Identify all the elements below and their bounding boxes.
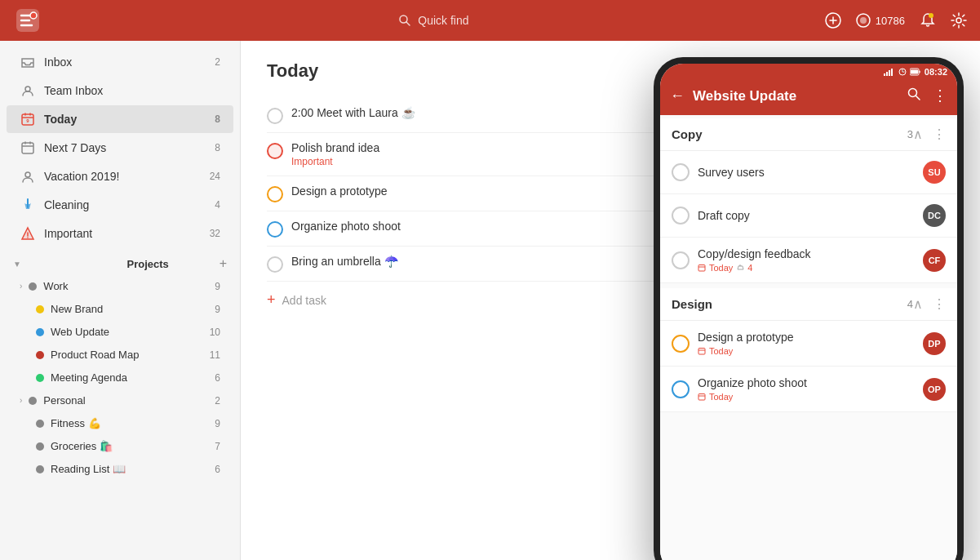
notifications-button[interactable] [920, 12, 936, 29]
phone-task-date: Today [698, 346, 915, 356]
svg-rect-21 [919, 71, 920, 73]
groceries-dot [36, 442, 44, 451]
svg-point-7 [956, 18, 961, 23]
projects-collapse-arrow[interactable]: ▼ [13, 260, 21, 269]
phone-task-content: Organize photo shoot Today [698, 376, 915, 402]
next7days-icon [20, 140, 36, 156]
personal-dot [29, 397, 37, 405]
task-complete-button[interactable] [267, 143, 283, 159]
svg-rect-25 [698, 394, 705, 401]
groceries-count: 7 [215, 441, 220, 452]
important-count: 32 [210, 228, 220, 239]
phone-search-icon[interactable] [907, 87, 921, 105]
task-complete-button[interactable] [267, 186, 283, 202]
personal-expand-arrow[interactable]: › [20, 396, 22, 405]
groceries-label: Groceries 🛍️ [51, 440, 208, 452]
sidebar-item-newbrand[interactable]: New Brand 9 [7, 298, 233, 320]
next7days-count: 8 [215, 142, 220, 153]
design-more-button[interactable]: ⋮ [933, 296, 946, 312]
design-collapse-button[interactable]: ∧ [913, 296, 923, 312]
phone-more-icon[interactable]: ⋮ [933, 87, 947, 105]
phone-section-design: Design 4 ∧ ⋮ [660, 288, 957, 321]
phone-content: Copy 3 ∧ ⋮ Survey users [660, 115, 957, 560]
design-section-actions: ∧ ⋮ [913, 296, 946, 312]
app-logo[interactable] [13, 6, 42, 35]
vacation-count: 24 [210, 171, 220, 182]
phone-task-name: Organize photo shoot [698, 376, 915, 389]
productroad-count: 11 [210, 349, 220, 361]
sidebar-item-today[interactable]: 9 Today 8 [7, 105, 233, 133]
search-placeholder: Quick find [418, 14, 468, 27]
svg-rect-20 [911, 70, 918, 74]
sidebar-item-personal[interactable]: › Personal 2 [7, 389, 233, 411]
phone-screen: 08:32 ← Website Update ⋮ [660, 64, 957, 560]
sidebar-item-team-inbox[interactable]: Team Inbox [7, 77, 233, 104]
add-task-button[interactable] [825, 12, 841, 29]
fitness-dot [36, 420, 44, 428]
avatar: SU [923, 161, 946, 184]
phone-task-circle[interactable] [672, 380, 690, 398]
svg-rect-23 [698, 265, 705, 272]
work-expand-arrow[interactable]: › [20, 282, 22, 291]
phone-task-circle[interactable] [672, 251, 690, 269]
copy-more-button[interactable]: ⋮ [933, 127, 946, 142]
phone-app-title: Website Update [693, 88, 898, 104]
sidebar-item-readinglist[interactable]: Reading List 📖 6 [7, 458, 233, 480]
sidebar-item-meetingagenda[interactable]: Meeting Agenda 6 [7, 367, 233, 389]
svg-text:9: 9 [26, 118, 29, 123]
team-inbox-label: Team Inbox [44, 84, 220, 97]
sidebar-item-vacation[interactable]: Vacation 2019! 24 [7, 162, 233, 190]
sidebar-item-important[interactable]: Important 32 [7, 220, 233, 247]
phone-task-date: Today [698, 392, 915, 402]
sidebar-item-next7days[interactable]: Next 7 Days 8 [7, 134, 233, 162]
task-complete-button[interactable] [267, 108, 283, 124]
vacation-label: Vacation 2019! [44, 170, 202, 183]
cleaning-icon [20, 197, 36, 213]
phone-topbar: ← Website Update ⋮ [660, 80, 957, 115]
today-icon: 9 [20, 111, 36, 127]
sidebar-item-inbox[interactable]: Inbox 2 [7, 48, 233, 76]
svg-point-13 [27, 237, 29, 238]
team-inbox-icon [20, 82, 36, 99]
design-section-count: 4 [907, 298, 913, 310]
avatar: CF [923, 249, 946, 272]
avatar: OP [923, 378, 946, 401]
phone-status-bar: 08:32 [660, 64, 957, 80]
phone-time: 08:32 [925, 67, 947, 77]
sidebar: Inbox 2 Team Inbox 9 Today [0, 41, 241, 560]
page-title: Today [267, 60, 318, 82]
productroad-label: Product Road Map [51, 349, 203, 361]
copy-collapse-button[interactable]: ∧ [913, 127, 923, 142]
sidebar-item-work[interactable]: › Work 9 [7, 275, 233, 297]
karma-display[interactable]: 10786 [856, 13, 905, 28]
phone-task-content: Design a prototype Today [698, 331, 915, 356]
phone-task-circle[interactable] [672, 335, 690, 353]
phone-topbar-icons: ⋮ [907, 87, 947, 105]
add-project-button[interactable]: + [220, 256, 227, 271]
quick-find[interactable]: Quick find [398, 14, 468, 27]
svg-point-12 [25, 172, 30, 177]
phone-task-date: Today 4 [698, 263, 915, 273]
work-dot [29, 282, 37, 291]
topbar-right: 10786 [825, 12, 967, 29]
sidebar-item-webupdate[interactable]: Web Update 10 [7, 321, 233, 343]
design-section-title: Design [672, 297, 904, 311]
task-complete-button[interactable] [267, 256, 283, 273]
phone-task-circle[interactable] [672, 163, 690, 181]
task-complete-button[interactable] [267, 221, 283, 238]
phone-task-content: Survey users [698, 166, 915, 179]
webupdate-count: 10 [210, 327, 220, 338]
content-area: Today [241, 41, 980, 560]
meetingagenda-dot [36, 374, 44, 382]
sidebar-item-fitness[interactable]: Fitness 💪 9 [7, 412, 233, 434]
newbrand-label: New Brand [51, 303, 208, 315]
inbox-count: 2 [215, 56, 220, 68]
phone-back-button[interactable]: ← [670, 87, 685, 104]
phone-task-row: Survey users SU [660, 151, 957, 194]
settings-button[interactable] [951, 12, 967, 29]
next7days-label: Next 7 Days [44, 141, 206, 154]
sidebar-item-productroad[interactable]: Product Road Map 11 [7, 344, 233, 366]
sidebar-item-groceries[interactable]: Groceries 🛍️ 7 [7, 435, 233, 457]
phone-task-circle[interactable] [672, 207, 690, 224]
sidebar-item-cleaning[interactable]: Cleaning 4 [7, 191, 233, 219]
